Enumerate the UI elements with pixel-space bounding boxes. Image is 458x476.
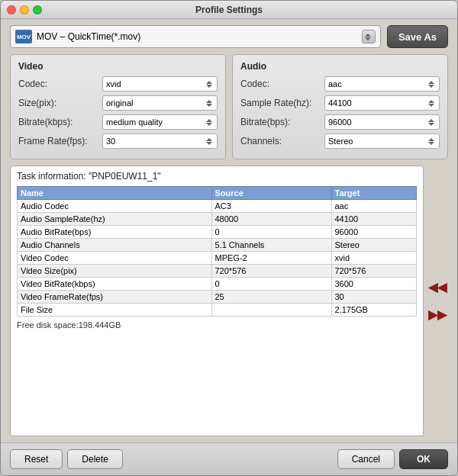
video-bitrate-select[interactable]: medium quality <box>102 114 218 130</box>
task-section: Task information: "PNP0EUW11_1" Name Sou… <box>10 166 424 436</box>
arrow-down-icon <box>428 123 434 126</box>
cancel-button[interactable]: Cancel <box>337 449 395 469</box>
bottom-right-buttons: Cancel OK <box>337 449 448 469</box>
video-bitrate-label: Bitrate(kbps): <box>18 117 102 127</box>
arrow-up-icon <box>206 119 212 122</box>
arrow-down-icon <box>365 37 371 40</box>
audio-codec-value: aac <box>328 79 428 88</box>
video-size-value: original <box>106 98 206 108</box>
window-title: Profile Settings <box>195 5 263 15</box>
profile-icon: MOV <box>15 30 32 43</box>
table-row: Audio Channels5.1 ChannelsStereo <box>18 239 417 252</box>
task-info-title: Task information: "PNP0EUW11_1" <box>17 171 417 182</box>
audio-bitrate-row: Bitrate(bps): 96000 <box>240 114 440 130</box>
audio-channels-arrow <box>428 138 436 145</box>
video-size-label: Size(pix): <box>18 98 102 108</box>
arrow-up-icon <box>428 119 434 122</box>
top-row: MOV MOV – QuickTime(*.mov) Save As <box>10 25 448 48</box>
arrow-up-icon <box>206 138 212 141</box>
audio-samplerate-row: Sample Rate(hz): 44100 <box>240 95 440 111</box>
table-row: Video CodecMPEG-2xvid <box>18 252 417 265</box>
arrow-up-icon <box>365 34 371 37</box>
free-disk-space: Free disk space:198.444GB <box>17 320 417 330</box>
audio-codec-arrow <box>428 81 436 88</box>
audio-panel: Audio Codec: aac Sample Rate(hz): 44100 <box>232 54 448 159</box>
arrow-down-icon <box>206 142 212 145</box>
arrow-up-icon <box>428 138 434 141</box>
save-as-button[interactable]: Save As <box>387 25 448 48</box>
task-table: Name Source Target Audio CodecAC3aacAudi… <box>17 186 417 317</box>
audio-codec-label: Codec: <box>240 79 324 89</box>
audio-codec-select[interactable]: aac <box>324 76 440 92</box>
table-row: Video BitRate(kbps)03600 <box>18 278 417 291</box>
audio-samplerate-value: 44100 <box>328 98 428 108</box>
col-header-target: Target <box>331 187 417 200</box>
profile-select-text: MOV – QuickTime(*.mov) <box>37 31 357 42</box>
reset-button[interactable]: Reset <box>10 449 63 469</box>
video-codec-arrow <box>206 81 214 88</box>
video-codec-row: Codec: xvid <box>18 76 218 92</box>
table-row: Audio SampleRate(hz)4800044100 <box>18 213 417 226</box>
next-button[interactable]: ▶▶ <box>428 309 447 321</box>
video-panel: Video Codec: xvid Size(pix): original <box>10 54 226 159</box>
video-size-arrow <box>206 100 214 107</box>
video-size-row: Size(pix): original <box>18 95 218 111</box>
video-framerate-select[interactable]: 30 <box>102 133 218 149</box>
bottom-bar: Reset Delete Cancel OK <box>1 442 457 475</box>
minimize-button[interactable] <box>20 5 29 14</box>
video-size-select[interactable]: original <box>102 95 218 111</box>
video-bitrate-value: medium quality <box>106 117 206 127</box>
video-codec-select[interactable]: xvid <box>102 76 218 92</box>
audio-bitrate-select[interactable]: 96000 <box>324 114 440 130</box>
audio-samplerate-label: Sample Rate(hz): <box>240 98 324 108</box>
audio-channels-select[interactable]: Stereo <box>324 133 440 149</box>
bottom-left-buttons: Reset Delete <box>10 449 123 469</box>
audio-channels-value: Stereo <box>328 137 428 146</box>
profile-dropdown-arrow[interactable] <box>362 30 376 43</box>
audio-bitrate-value: 96000 <box>328 117 428 127</box>
arrow-down-icon <box>206 85 212 88</box>
middle-area: Task information: "PNP0EUW11_1" Name Sou… <box>10 166 448 436</box>
delete-button[interactable]: Delete <box>67 449 123 469</box>
video-bitrate-arrow <box>206 119 214 126</box>
main-content: MOV MOV – QuickTime(*.mov) Save As Video… <box>1 19 457 442</box>
video-codec-value: xvid <box>106 79 206 88</box>
video-codec-label: Codec: <box>18 79 102 89</box>
panels-row: Video Codec: xvid Size(pix): original <box>10 54 448 159</box>
video-framerate-value: 30 <box>106 137 206 146</box>
audio-channels-label: Channels: <box>240 136 324 146</box>
audio-channels-row: Channels: Stereo <box>240 133 440 149</box>
arrow-up-icon <box>428 81 434 84</box>
arrow-down-icon <box>206 104 212 107</box>
profile-select-wrapper[interactable]: MOV MOV – QuickTime(*.mov) <box>10 25 381 48</box>
ok-button[interactable]: OK <box>399 449 448 469</box>
video-framerate-row: Frame Rate(fps): 30 <box>18 133 218 149</box>
table-row: Video FrameRate(fps)2530 <box>18 291 417 304</box>
audio-samplerate-select[interactable]: 44100 <box>324 95 440 111</box>
col-header-source: Source <box>211 187 331 200</box>
video-framerate-label: Frame Rate(fps): <box>18 136 102 146</box>
audio-bitrate-label: Bitrate(bps): <box>240 117 324 127</box>
video-panel-title: Video <box>18 61 218 72</box>
arrow-down-icon <box>428 85 434 88</box>
title-bar: Profile Settings <box>1 1 457 19</box>
audio-bitrate-arrow <box>428 119 436 126</box>
table-row: File Size2.175GB <box>18 304 417 317</box>
arrow-up-icon <box>206 81 212 84</box>
close-button[interactable] <box>7 5 16 14</box>
arrow-up-icon <box>206 100 212 103</box>
col-header-name: Name <box>18 187 212 200</box>
arrow-down-icon <box>428 142 434 145</box>
table-row: Audio BitRate(bps)096000 <box>18 226 417 239</box>
prev-button[interactable]: ◀◀ <box>428 281 447 294</box>
arrow-up-icon <box>428 100 434 103</box>
audio-panel-title: Audio <box>240 61 440 72</box>
audio-codec-row: Codec: aac <box>240 76 440 92</box>
nav-arrows-container: ◀◀ ▶▶ <box>424 166 448 436</box>
arrow-down-icon <box>206 123 212 126</box>
video-bitrate-row: Bitrate(kbps): medium quality <box>18 114 218 130</box>
table-row: Video Size(pix)720*576720*576 <box>18 265 417 278</box>
zoom-button[interactable] <box>33 5 42 14</box>
video-framerate-arrow <box>206 138 214 145</box>
middle-content: Task information: "PNP0EUW11_1" Name Sou… <box>10 166 424 436</box>
